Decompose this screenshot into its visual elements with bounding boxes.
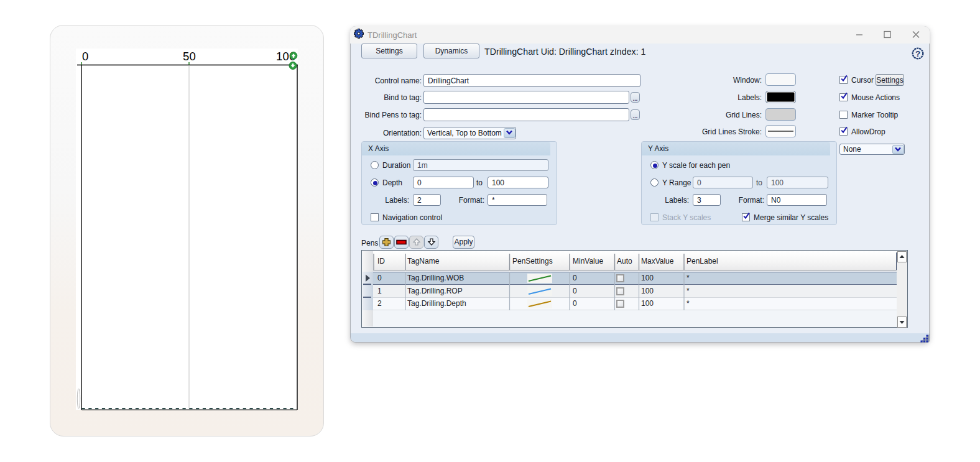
svg-text:?: ? bbox=[915, 49, 920, 58]
